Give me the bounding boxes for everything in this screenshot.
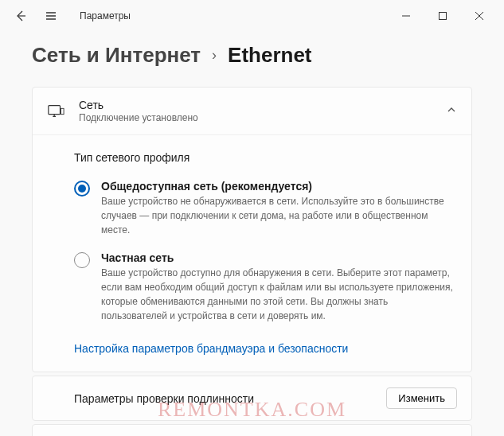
auth-row: Параметры проверки подлинности Изменить xyxy=(32,376,472,421)
breadcrumb-current: Ethernet xyxy=(228,43,311,68)
breadcrumb-parent[interactable]: Сеть и Интернет xyxy=(32,43,201,68)
network-card-header[interactable]: Сеть Подключение установлено xyxy=(33,88,471,134)
back-button[interactable] xyxy=(13,8,29,24)
firewall-settings-link[interactable]: Настройка параметров брандмауэра и безоп… xyxy=(74,342,348,355)
network-card: Сеть Подключение установлено Тип сетевог… xyxy=(32,87,472,372)
auth-title: Параметры проверки подлинности xyxy=(74,392,386,405)
chevron-up-icon xyxy=(446,104,457,119)
change-button[interactable]: Изменить xyxy=(386,387,457,409)
profile-type-label: Тип сетевого профиля xyxy=(74,151,455,164)
limit-row[interactable]: Лимитное подключение xyxy=(32,424,472,436)
titlebar: Параметры xyxy=(0,0,504,32)
radio-public[interactable] xyxy=(74,181,90,197)
radio-option-public[interactable]: Общедоступная сеть (рекомендуется) Ваше … xyxy=(74,180,455,237)
network-status: Подключение установлено xyxy=(79,112,446,123)
svg-rect-2 xyxy=(61,108,64,114)
radio-private[interactable] xyxy=(74,252,90,268)
network-title: Сеть xyxy=(79,99,446,111)
radio-public-title: Общедоступная сеть (рекомендуется) xyxy=(101,180,455,193)
app-title: Параметры xyxy=(80,10,131,21)
radio-public-desc: Ваше устройство не обнаруживается в сети… xyxy=(101,194,455,237)
svg-rect-1 xyxy=(49,105,61,114)
radio-private-title: Частная сеть xyxy=(101,251,455,264)
radio-option-private[interactable]: Частная сеть Ваше устройство доступно дл… xyxy=(74,251,455,323)
svg-rect-0 xyxy=(440,13,447,20)
menu-icon[interactable] xyxy=(43,8,59,24)
monitor-icon xyxy=(47,103,64,120)
close-button[interactable] xyxy=(461,3,498,29)
minimize-button[interactable] xyxy=(388,3,424,29)
breadcrumb: Сеть и Интернет › Ethernet xyxy=(0,32,504,87)
chevron-right-icon: › xyxy=(212,47,217,64)
maximize-button[interactable] xyxy=(424,3,461,29)
radio-private-desc: Ваше устройство доступно для обнаружения… xyxy=(101,266,455,323)
